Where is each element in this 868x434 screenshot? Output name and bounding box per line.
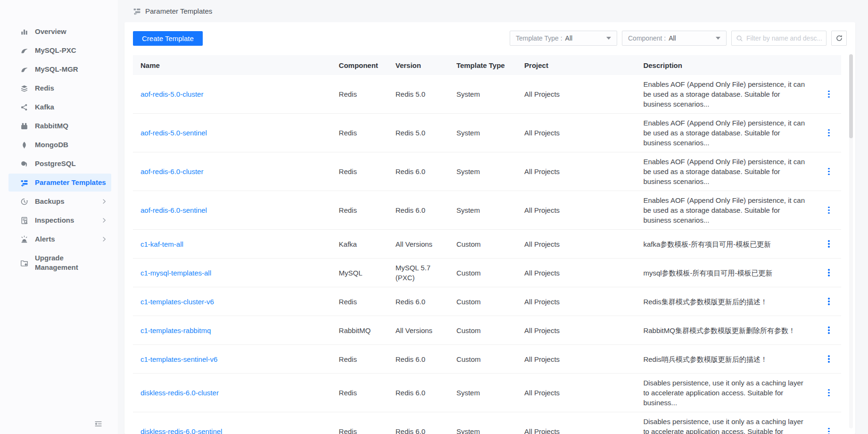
sidebar-item-upgrade-management[interactable]: Upgrade Management [8, 249, 111, 276]
row-actions-button[interactable] [824, 266, 834, 279]
template-name-link[interactable]: aof-redis-6.0-cluster [141, 167, 203, 175]
table-row: c1-kaf-tem-all Kafka All Versions Custom… [133, 229, 841, 258]
search-input[interactable] [746, 34, 822, 42]
cell-name: c1-kaf-tem-all [133, 239, 331, 249]
column-header-name: Name [133, 61, 331, 69]
row-actions-button[interactable] [824, 204, 834, 217]
row-actions-button[interactable] [824, 295, 834, 308]
sidebar-item-label: Parameter Templates [35, 178, 107, 187]
row-actions-button[interactable] [824, 425, 834, 434]
layers-icon [20, 84, 29, 93]
column-header-project: Project [517, 61, 636, 69]
row-actions-button[interactable] [824, 126, 834, 140]
cell-description: mysql参数模板-所有项目可用-模板已更新 [636, 268, 817, 278]
template-type-filter[interactable]: Template Type : All [510, 31, 617, 46]
table-header-row: NameComponentVersionTemplate TypeProject… [133, 55, 841, 75]
template-name-link[interactable]: aof-redis-6.0-sentinel [141, 206, 207, 214]
cell-component: Redis [331, 388, 388, 398]
chevron-right-icon [101, 198, 107, 205]
sidebar-item-label: Redis [35, 83, 107, 93]
template-name-link[interactable]: diskless-redis-6.0-sentinel [141, 427, 222, 434]
cell-version: Redis 6.0 [388, 167, 449, 176]
cell-project: All Projects [517, 128, 636, 138]
column-header-version: Version [388, 61, 449, 69]
component-filter[interactable]: Component : All [622, 31, 727, 46]
filter-label: Component : [628, 34, 666, 42]
row-actions-button[interactable] [824, 237, 834, 250]
dolphin-icon [20, 46, 29, 55]
template-name-link[interactable]: diskless-redis-6.0-cluster [141, 389, 219, 397]
cell-name: c1-mysql-templates-all [133, 268, 331, 278]
scrollbar-thumb[interactable] [849, 54, 853, 138]
leaf-icon [20, 141, 29, 150]
row-actions-button[interactable] [824, 88, 834, 101]
template-name-link[interactable]: c1-templates-rabbitmq [141, 326, 211, 334]
parameter-templates-icon [133, 7, 141, 15]
sidebar-item-rabbitmq[interactable]: RabbitMQ [8, 117, 111, 135]
template-name-link[interactable]: c1-kaf-tem-all [141, 240, 183, 248]
sidebar-item-label: Backups [35, 197, 101, 206]
template-name-link[interactable]: c1-templates-cluster-v6 [141, 298, 214, 306]
more-options-icon [828, 207, 830, 209]
cell-component: Redis [331, 167, 388, 176]
more-options-icon [828, 326, 830, 328]
sidebar-item-postgresql[interactable]: PostgreSQL [8, 155, 111, 173]
sidebar-item-mysql-mgr[interactable]: MySQL-MGR [8, 60, 111, 78]
cell-template-type: Custom [449, 297, 517, 307]
cell-name: aof-redis-6.0-sentinel [133, 205, 331, 215]
table-scrollbar[interactable] [849, 54, 853, 428]
more-options-icon [828, 428, 830, 430]
cell-description: Redis哨兵模式参数模版更新后的描述！ [636, 354, 817, 364]
refresh-button[interactable] [831, 31, 847, 46]
dolphin-icon [20, 65, 29, 74]
row-actions-button[interactable] [824, 165, 834, 178]
cell-template-type: System [449, 426, 517, 434]
sidebar-nav: OverviewMySQL-PXCMySQL-MGRRedisKafkaRabb… [0, 23, 118, 276]
cell-version: Redis 6.0 [388, 426, 449, 434]
cell-template-type: System [449, 89, 517, 99]
sidebar-item-redis[interactable]: Redis [8, 79, 111, 97]
sidebar-item-label: Inspections [35, 216, 101, 225]
row-actions-button[interactable] [824, 352, 834, 366]
sidebar-item-inspections[interactable]: Inspections [8, 211, 111, 229]
sidebar-item-mysql-pxc[interactable]: MySQL-PXC [8, 42, 111, 59]
cell-component: MySQL [331, 268, 388, 278]
page-title: Parameter Templates [145, 7, 212, 15]
collapse-sidebar-button[interactable] [92, 419, 104, 430]
cell-template-type: System [449, 128, 517, 138]
template-name-link[interactable]: c1-mysql-templates-all [141, 269, 211, 277]
cell-version: Redis 5.0 [388, 128, 449, 138]
template-name-link[interactable]: c1-templates-sentinel-v6 [141, 355, 217, 363]
cell-version: Redis 5.0 [388, 89, 449, 99]
create-template-button[interactable]: Create Template [133, 31, 203, 46]
bar-chart-icon [20, 27, 29, 36]
cell-project: All Projects [517, 167, 636, 176]
cell-version: Redis 6.0 [388, 354, 449, 364]
sidebar-item-alerts[interactable]: Alerts [8, 230, 111, 248]
sidebar-item-kafka[interactable]: Kafka [8, 98, 111, 116]
template-name-link[interactable]: aof-redis-5.0-sentinel [141, 129, 207, 137]
page-header: Parameter Templates [124, 0, 855, 22]
cell-template-type: Custom [449, 268, 517, 278]
row-actions-button[interactable] [824, 386, 834, 400]
search-box [731, 31, 827, 46]
template-name-link[interactable]: aof-redis-5.0-cluster [141, 90, 203, 98]
table-row: aof-redis-6.0-sentinel Redis Redis 6.0 S… [133, 191, 841, 229]
sidebar-item-label: RabbitMQ [35, 121, 107, 131]
app-window: OverviewMySQL-PXCMySQL-MGRRedisKafkaRabb… [0, 0, 868, 434]
folder-gear-icon [20, 259, 29, 267]
cell-project: All Projects [517, 239, 636, 249]
filter-label: Template Type : [516, 34, 562, 42]
filter-value: All [669, 34, 713, 42]
refresh-icon [835, 34, 843, 42]
sidebar-item-backups[interactable]: Backups [8, 192, 111, 210]
search-icon [736, 35, 743, 42]
table-row: diskless-redis-6.0-sentinel Redis Redis … [133, 412, 841, 434]
sidebar-item-label: PostgreSQL [35, 159, 107, 168]
sidebar-item-parameter-templates[interactable]: Parameter Templates [8, 174, 111, 192]
sidebar-item-label: Alerts [35, 234, 101, 244]
row-actions-button[interactable] [824, 324, 834, 337]
sidebar-item-overview[interactable]: Overview [8, 23, 111, 41]
cell-version: Redis 6.0 [388, 205, 449, 215]
sidebar-item-mongodb[interactable]: MongoDB [8, 136, 111, 154]
